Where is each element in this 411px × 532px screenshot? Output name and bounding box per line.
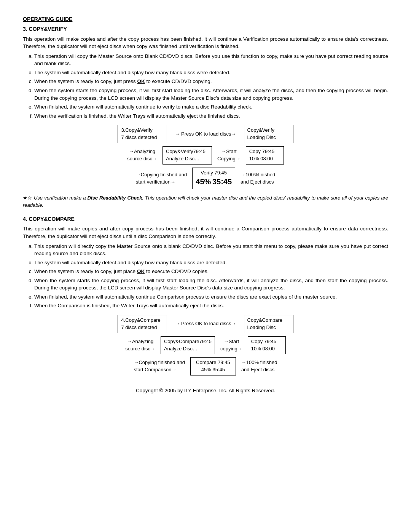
diagram4-box1: 4.Copy&Compare 7 discs detected xyxy=(118,315,167,333)
section4-item-f: When the Comparison is finished, the Wri… xyxy=(34,302,388,310)
diagram3-row2-left: →Analyzing source disc→ xyxy=(127,148,157,163)
diagram3-row2-box2: Copy 79:45 10% 08:00 xyxy=(246,146,284,165)
diagram3-row3-left: →Copying finished and start verification… xyxy=(136,171,187,186)
section3-title: 3. COPY&VERIFY xyxy=(23,25,388,33)
section3-item-d: When the system starts the copying proce… xyxy=(34,87,388,102)
section4-intro: This operation will make copies and afte… xyxy=(23,225,388,240)
diagram3-row2: →Analyzing source disc→ Copy&Verify79:45… xyxy=(23,146,388,165)
diagram3-row2-box1: Copy&Verify79:45 Analyze Disc… xyxy=(162,146,212,165)
section4-diagram: 4.Copy&Compare 7 discs detected → Press … xyxy=(23,315,388,375)
diagram4-row2-arrows: →Start copying→ xyxy=(220,338,242,353)
diagram3-box2: Copy&Verify Loading Disc xyxy=(244,125,293,143)
diagram4-row3-right: →100% finished and Eject discs xyxy=(241,359,277,374)
section4-title: 4. COPY&COMPARE xyxy=(23,215,388,223)
diagram3-row1: 3.Copy&Verify 7 discs detected → Press O… xyxy=(23,125,388,143)
section3-item-b: The system will automatically detect and… xyxy=(34,69,388,77)
section3-item-c: When the system is ready to copy, just p… xyxy=(34,78,388,85)
diagram3-row3-right: →100%finished and Eject discs xyxy=(241,171,275,186)
diagram4-row2-box2: Copy 79:45 10% 08:00 xyxy=(248,336,286,355)
section3-item-e: When finished, the system will automatic… xyxy=(34,103,388,111)
section4: 4. COPY&COMPARE This operation will make… xyxy=(23,215,388,375)
diagram3-row3-box: Verify 79:45 45% 35:45 xyxy=(192,168,235,190)
section4-item-c: When the system is ready to copy, just p… xyxy=(34,268,388,275)
section3: 3. COPY&VERIFY This operation will make … xyxy=(23,25,388,209)
diagram4-row2-left: →Analyzing source disc→ xyxy=(125,338,155,353)
section3-intro: This operation will make copies and afte… xyxy=(23,35,388,50)
section4-item-e: When finished, the system will automatic… xyxy=(34,293,388,301)
footer: Copyright © 2005 by ILY Enterprise, Inc.… xyxy=(23,387,388,395)
diagram4-row1: 4.Copy&Compare 7 discs detected → Press … xyxy=(23,315,388,333)
diagram4-box2: Copy&Compare Loading Disc xyxy=(244,315,293,333)
section-header: OPERATING GUIDE xyxy=(23,15,388,23)
diagram4-row2: →Analyzing source disc→ Copy&Compare79:4… xyxy=(23,336,388,355)
diagram4-row2-box1: Copy&Compare79:45 Analyze Disc… xyxy=(161,336,215,355)
section3-item-a: This operation will copy the Master Sour… xyxy=(34,53,388,67)
diagram4-row3: →Copying finished and start Comparison→ … xyxy=(23,357,388,375)
section4-item-a: This operation will directly copy the Ma… xyxy=(34,243,388,257)
diagram4-row3-left: →Copying finished and start Comparison→ xyxy=(134,359,185,374)
section3-diagram: 3.Copy&Verify 7 discs detected → Press O… xyxy=(23,125,388,189)
diagram4-row3-box: Compare 79:45 45% 35:45 xyxy=(190,357,236,375)
diagram3-row3: →Copying finished and start verification… xyxy=(23,168,388,190)
section3-note: ★☆ Use verification make a Disc Readabil… xyxy=(23,195,388,209)
diagram3-row1-arrow: → Press OK to load discs→ xyxy=(175,131,236,138)
section4-item-b: The system will automatically detect and… xyxy=(34,259,388,267)
diagram3-row2-arrows: →Start Copying→ xyxy=(217,148,241,163)
section3-item-f: When the verification is finished, the W… xyxy=(34,112,388,120)
section4-item-d: When the system starts the copying proce… xyxy=(34,277,388,292)
diagram3-box1: 3.Copy&Verify 7 discs detected xyxy=(118,125,167,143)
diagram4-row1-arrow: → Press OK to load discs→ xyxy=(175,320,236,328)
